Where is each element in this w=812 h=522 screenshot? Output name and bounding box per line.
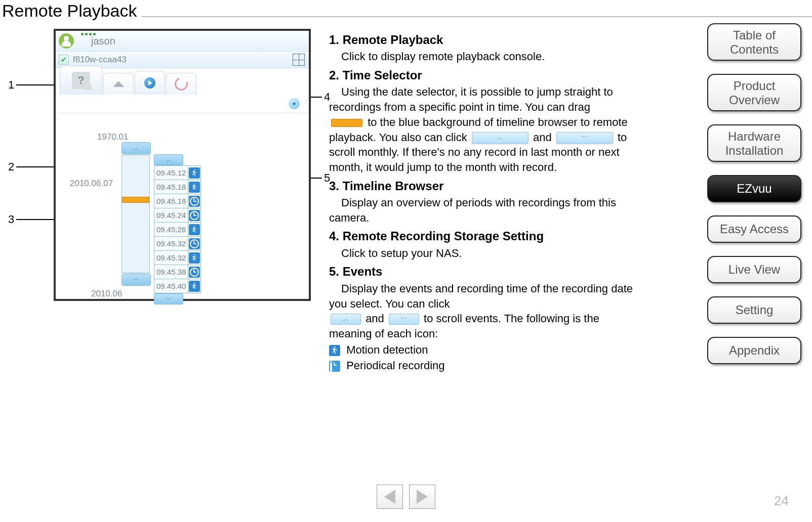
section-4-heading: 4. Remote Recording Storage Setting [329, 228, 633, 244]
refresh-icon [173, 75, 190, 93]
section-2-heading: 2. Time Selector [329, 67, 633, 83]
callout-2: 2 [8, 160, 14, 173]
page-title: Remote Playback [0, 0, 139, 24]
scroll-down-month: ﹀ [121, 274, 151, 286]
event-row: 09.45.32 [154, 251, 201, 265]
motion-icon [329, 345, 340, 356]
periodic-event-icon [188, 194, 201, 208]
section-3-body: Display an overview of periods with reco… [329, 195, 633, 225]
next-page-button[interactable] [409, 485, 435, 509]
question-icon: ? [72, 72, 90, 89]
storage-row [56, 95, 309, 113]
nav-setting[interactable]: Setting [707, 296, 801, 324]
callout-4: 4 [324, 91, 330, 104]
event-row: 09.45.32 [154, 237, 201, 251]
event-time: 09.45.32 [154, 237, 188, 251]
event-time: 09.45.12 [154, 166, 188, 180]
scroll-up-inline-icon: ︿ [472, 132, 529, 144]
timeline-browser [121, 155, 150, 273]
section-2-body: Using the date selector, it is possible … [329, 84, 633, 175]
storage-disk-icon [289, 98, 300, 109]
periodic-icon [329, 361, 340, 372]
nav-appendix[interactable]: Appendix [707, 337, 801, 364]
periodic-event-icon [188, 208, 201, 223]
title-rule [142, 16, 812, 17]
home-icon [113, 81, 124, 87]
motion-event-icon [188, 166, 201, 180]
event-time: 09.45.32 [154, 251, 188, 265]
nav-easy-access[interactable]: Easy Access [707, 215, 801, 243]
motion-event-icon [188, 180, 201, 194]
scroll-down-inline-icon: ﹀ [556, 132, 613, 144]
username-label: jason [91, 35, 115, 47]
event-row: 09.45.24 [154, 208, 201, 223]
tab-playback [135, 71, 165, 95]
section-1-body: Click to display remote playback console… [329, 49, 633, 64]
event-row: 09.45.40 [154, 279, 201, 293]
section-5-body: Display the events and recording time of… [329, 281, 633, 341]
tab-unknown: ? [60, 66, 102, 95]
section-5-heading: 5. Events [329, 264, 633, 280]
event-time: 09.45.18 [154, 180, 188, 194]
event-time: 09.45.40 [154, 279, 188, 293]
scroll-up-events-inline-icon: ︿ [331, 314, 361, 325]
date-selected: 2010.06.07 [70, 179, 113, 189]
scroll-up-events: ︿ [154, 154, 183, 165]
event-row: 09.45.18 [154, 180, 201, 194]
nav-live-view[interactable]: Live View [707, 256, 801, 283]
event-row: 09.45.18 [154, 194, 201, 208]
tab-home [103, 73, 134, 95]
chevron-left-icon [384, 490, 395, 504]
playback-mock: jason ✔ f810w-ccaa43 ? 1970.01 2010.06.0… [54, 29, 311, 301]
event-time: 09.45.18 [154, 194, 188, 208]
layout-grid-icon [293, 54, 305, 66]
scroll-down-events: ﹀ [154, 293, 183, 304]
event-row: 09.45.26 [154, 223, 201, 237]
section-4-body: Click to setup your NAS. [329, 246, 633, 261]
date-top: 1970.01 [97, 132, 128, 142]
record-segment [122, 197, 149, 203]
event-time: 09.45.38 [154, 265, 188, 279]
periodic-event-icon [188, 265, 201, 279]
callout-5: 5 [324, 171, 330, 185]
mock-tabbar: ? [60, 70, 309, 95]
play-icon [144, 77, 155, 89]
page-number: 24 [774, 493, 789, 509]
event-time: 09.45.24 [154, 208, 188, 223]
check-icon: ✔ [59, 55, 69, 65]
nav-ezvuu[interactable]: EZvuu [707, 175, 801, 202]
events-column: ︿ 09.45.1209.45.1809.45.1809.45.2409.45.… [154, 154, 201, 304]
drag-bar-icon [331, 119, 362, 127]
events-table: 09.45.1209.45.1809.45.1809.45.2409.45.26… [154, 165, 201, 293]
legend-motion: Motion detection [329, 342, 633, 358]
motion-event-icon [188, 251, 201, 265]
legend-periodic: Periodical recording [329, 358, 633, 373]
callout-3: 3 [8, 213, 14, 226]
camera-id: f810w-ccaa43 [73, 55, 293, 65]
motion-event-icon [188, 279, 201, 293]
user-icon [59, 33, 74, 49]
section-3-heading: 3. Timeline Browser [329, 178, 633, 194]
side-nav: Table ofContents ProductOverview Hardwar… [704, 23, 805, 364]
explanation-text: 1. Remote Playback Click to display remo… [329, 29, 633, 373]
periodic-event-icon [188, 237, 201, 251]
prev-page-button[interactable] [377, 485, 403, 509]
event-row: 09.45.12 [154, 166, 201, 180]
scroll-down-events-inline-icon: ﹀ [389, 314, 419, 325]
timeline: ︿ ﹀ ︿ 09.45.1209.45.1809.45.1809.45.2409… [121, 142, 238, 284]
nav-product-overview[interactable]: ProductOverview [707, 74, 801, 111]
mock-userbar: jason [56, 31, 309, 51]
chevron-right-icon [417, 490, 428, 504]
page-footer [0, 485, 812, 509]
section-1-heading: 1. Remote Playback [329, 32, 633, 48]
event-row: 09.45.38 [154, 265, 201, 279]
callout-1: 1 [8, 78, 14, 92]
event-time: 09.45.26 [154, 223, 188, 237]
nav-hardware-installation[interactable]: HardwareInstallation [707, 124, 801, 162]
date-bottom: 2010.06 [91, 289, 122, 299]
scroll-up-month: ︿ [121, 142, 151, 154]
nav-toc[interactable]: Table ofContents [707, 23, 801, 61]
tab-refresh [166, 73, 196, 95]
motion-event-icon [188, 223, 201, 237]
